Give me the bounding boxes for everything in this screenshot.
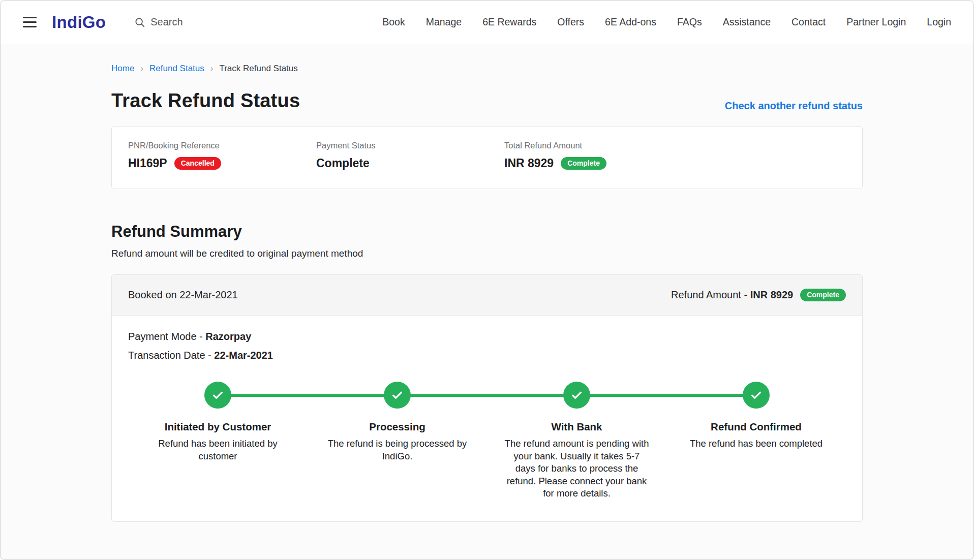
cancelled-badge: Cancelled (174, 157, 221, 170)
step-description: The refund amount is pending with your b… (504, 438, 650, 500)
pnr-column: PNR/Booking Reference HI169P Cancelled (128, 141, 316, 170)
nav-contact[interactable]: Contact (792, 16, 826, 28)
refund-amount-value: INR 8929 (504, 157, 554, 170)
chevron-right-icon: › (210, 64, 214, 74)
main-content: Home › Refund Status › Track Refund Stat… (107, 44, 867, 522)
indigo-logo[interactable]: IndiGo (52, 13, 106, 32)
refund-card-body: Payment Mode - Razorpay Transaction Date… (112, 316, 862, 521)
check-circle-icon (204, 382, 231, 409)
refund-amount-line: Refund Amount - INR 8929 Complete (671, 289, 846, 301)
complete-badge: Complete (800, 289, 846, 301)
refund-progress-timeline: Initiated by Customer Refund has been in… (128, 382, 846, 500)
main-navigation: Book Manage 6E Rewards Offers 6E Add-ons… (382, 16, 951, 28)
search-box[interactable] (134, 16, 217, 28)
payment-status-value: Complete (316, 157, 370, 170)
nav-6e-rewards[interactable]: 6E Rewards (482, 16, 536, 28)
refund-amount-column: Total Refund Amount INR 8929 Complete (504, 141, 846, 170)
refund-summary-card: Booked on 22-Mar-2021 Refund Amount - IN… (111, 274, 863, 522)
payment-mode-label: Payment Mode - (128, 331, 205, 342)
timeline-step-processing: Processing The refund is being processed… (308, 382, 487, 500)
top-navigation-bar: IndiGo Book Manage 6E Rewards Offers 6E … (1, 1, 973, 44)
refund-amount-label: Total Refund Amount (504, 141, 846, 150)
nav-offers[interactable]: Offers (557, 16, 584, 28)
step-title: Refund Confirmed (672, 421, 841, 433)
step-title: Initiated by Customer (133, 421, 302, 433)
check-circle-icon (563, 382, 590, 409)
nav-faqs[interactable]: FAQs (677, 16, 702, 28)
search-input[interactable] (150, 16, 217, 28)
payment-mode-line: Payment Mode - Razorpay (128, 331, 846, 343)
nav-login[interactable]: Login (927, 16, 951, 28)
breadcrumb-current: Track Refund Status (219, 64, 297, 74)
check-circle-icon (384, 382, 411, 409)
step-title: Processing (313, 421, 482, 433)
nav-partner-login[interactable]: Partner Login (846, 16, 906, 28)
search-icon (134, 17, 145, 28)
nav-book[interactable]: Book (382, 16, 405, 28)
transaction-date-label: Transaction Date - (128, 350, 214, 361)
breadcrumb-home[interactable]: Home (111, 64, 134, 74)
refund-amount-prefix: Refund Amount - (671, 289, 750, 300)
check-circle-icon (743, 382, 770, 409)
breadcrumb: Home › Refund Status › Track Refund Stat… (111, 64, 863, 74)
page-title: Track Refund Status (111, 90, 300, 112)
refund-status-card: PNR/Booking Reference HI169P Cancelled P… (111, 126, 863, 189)
check-another-refund-link[interactable]: Check another refund status (725, 100, 863, 112)
nav-6e-addons[interactable]: 6E Add-ons (605, 16, 656, 28)
refund-card-header: Booked on 22-Mar-2021 Refund Amount - IN… (112, 275, 862, 316)
refund-amount-value: INR 8929 (750, 289, 794, 300)
step-description: The refund has been completed (683, 438, 830, 450)
nav-manage[interactable]: Manage (426, 16, 462, 28)
refund-summary-title: Refund Summary (111, 223, 863, 241)
breadcrumb-refund-status[interactable]: Refund Status (149, 64, 204, 74)
payment-status-label: Payment Status (316, 141, 504, 150)
step-title: With Bank (492, 421, 661, 433)
complete-badge: Complete (561, 157, 606, 170)
step-description: The refund is being processed by IndiGo. (324, 438, 471, 462)
timeline-step-confirmed: Refund Confirmed The refund has been com… (666, 382, 846, 500)
pnr-label: PNR/Booking Reference (128, 141, 316, 150)
timeline-step-with-bank: With Bank The refund amount is pending w… (487, 382, 666, 500)
payment-status-column: Payment Status Complete (316, 141, 504, 170)
step-description: Refund has been initiated by customer (145, 438, 291, 462)
timeline-step-initiated: Initiated by Customer Refund has been in… (128, 382, 308, 500)
refund-summary-subtitle: Refund amount will be credited to origin… (111, 248, 863, 259)
booked-on-text: Booked on 22-Mar-2021 (128, 289, 238, 301)
nav-assistance[interactable]: Assistance (723, 16, 771, 28)
transaction-date-value: 22-Mar-2021 (214, 350, 273, 361)
transaction-date-line: Transaction Date - 22-Mar-2021 (128, 350, 846, 361)
payment-mode-value: Razorpay (205, 331, 251, 342)
pnr-value: HI169P (128, 157, 167, 170)
chevron-right-icon: › (140, 64, 143, 74)
hamburger-menu-icon[interactable] (23, 17, 37, 27)
